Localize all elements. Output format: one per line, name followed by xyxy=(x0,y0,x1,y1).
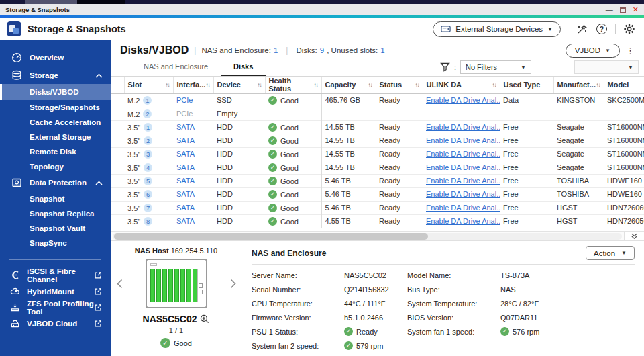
field-label: BIOS Version: xyxy=(407,310,500,324)
action-button[interactable]: Action ▼ xyxy=(586,246,635,260)
disk-checkup-wand-icon[interactable] xyxy=(575,22,588,36)
column-header-label: Manufact... xyxy=(557,81,596,89)
collapse-panel-button[interactable] xyxy=(624,232,644,241)
interface-link[interactable]: PCIe xyxy=(176,96,193,104)
chevron-up-icon[interactable] xyxy=(95,181,103,185)
sidebar-item-remote-disk[interactable]: Remote Disk xyxy=(0,144,111,159)
sidebar-item-snapshot[interactable]: Snapshot xyxy=(0,191,111,206)
sidebar-item-snapshot-replica[interactable]: Snapshot Replica xyxy=(0,206,111,221)
interface-link[interactable]: SATA xyxy=(176,150,195,158)
ulink-da-link[interactable]: Enable DA Drive Anal... xyxy=(426,150,500,158)
model-cell: ST16000NM0 xyxy=(604,134,644,147)
disks-table: Slot ↑↓ Interfa... ↑↓ Device ↑↓ Health S… xyxy=(111,77,644,228)
ulink-da-link[interactable]: Enable DA Drive Anal... xyxy=(426,190,500,198)
interface-link[interactable]: SATA xyxy=(176,217,195,225)
column-header[interactable]: ULINK DA ↑↓ xyxy=(423,77,500,93)
close-button[interactable]: ✕ xyxy=(633,6,639,13)
column-header[interactable]: Interfa... ↑↓ xyxy=(173,77,213,93)
maximize-button[interactable] xyxy=(620,7,626,13)
ulink-da-link[interactable]: Enable DA Drive Anal... xyxy=(426,136,500,144)
disk-table-row[interactable]: 3.5"4 SATA HDD ✓ Good 14.55 TB Ready Ena… xyxy=(111,161,644,174)
sidebar-item-snapshot-vault[interactable]: Snapshot Vault xyxy=(0,221,111,236)
interface-link[interactable]: SATA xyxy=(176,123,195,131)
disk-table-row[interactable]: M.21 PCIe SSD ✓ Good 465.76 GB Ready Ena… xyxy=(111,93,644,107)
sort-icon[interactable]: ↑↓ xyxy=(314,82,318,88)
chevron-up-icon[interactable] xyxy=(95,73,103,78)
sidebar-item-vjbod-cloud[interactable]: VJBOD Cloud xyxy=(0,316,111,332)
disk-table-row[interactable]: 3.5"8 SATA HDD ✓ Good 4.55 TB Ready Enab… xyxy=(111,214,644,228)
disk-table-row[interactable]: 3.5"2 SATA HDD ✓ Good 14.55 TB Ready Ena… xyxy=(111,134,644,147)
sidebar-item-hybridmount[interactable]: HybridMount xyxy=(0,283,111,300)
sort-icon[interactable]: ↑↓ xyxy=(415,82,419,88)
scrollbar-track[interactable] xyxy=(113,233,622,240)
carousel-prev-button[interactable] xyxy=(114,279,125,289)
sidebar-item-iscsi-fibre-channel[interactable]: iSCSI & Fibre Channel xyxy=(0,267,111,283)
sidebar-item-data-protection[interactable]: Data Protection xyxy=(0,174,111,191)
sidebar-item-cache-acceleration[interactable]: Cache Acceleration xyxy=(0,115,111,130)
disk-table-row[interactable]: 3.5"5 SATA HDD ✓ Good 5.46 TB Ready Enab… xyxy=(111,174,644,187)
sort-icon[interactable]: ↑↓ xyxy=(166,82,170,88)
column-header[interactable]: Manufact... ↑↓ xyxy=(553,77,604,93)
tab-disks[interactable]: Disks xyxy=(221,59,266,76)
column-header[interactable]: Capacity ↑↓ xyxy=(321,77,376,93)
external-storage-devices-button[interactable]: External Storage Devices ▼ xyxy=(433,21,561,37)
ulink-da-link[interactable]: Enable DA Drive Anal... xyxy=(426,96,500,104)
ulink-da-link[interactable]: Enable DA Drive Anal... xyxy=(426,163,500,171)
ulink-da-link[interactable]: Enable DA Drive Anal... xyxy=(426,204,500,212)
column-header[interactable]: Used Type ↑↓ xyxy=(500,77,553,93)
interface-link[interactable]: SATA xyxy=(176,136,195,144)
column-header[interactable]: Health Status ↑↓ xyxy=(265,77,321,93)
gear-icon[interactable] xyxy=(623,22,636,36)
sidebar-item-storage-snapshots[interactable]: Storage/Snapshots xyxy=(0,100,111,115)
disk-table-row[interactable]: M.22 PCIe Empty ✓ xyxy=(111,107,644,120)
column-header[interactable]: Model ↑↓ xyxy=(604,77,644,93)
tab-nas-and-enclosure[interactable]: NAS and Enclosure xyxy=(131,59,221,76)
sidebar-item-overview[interactable]: Overview xyxy=(0,49,111,66)
column-header[interactable]: Slot ↑↓ xyxy=(124,77,173,93)
sort-icon[interactable]: ↑↓ xyxy=(596,82,600,88)
interface-link[interactable]: SATA xyxy=(176,163,195,171)
sort-icon[interactable]: ↑↓ xyxy=(492,82,496,88)
sidebar-item-disks-vjbod[interactable]: Disks/VJBOD xyxy=(0,84,111,100)
nas-enclosure-image[interactable] xyxy=(146,259,207,308)
sort-icon[interactable]: ↑↓ xyxy=(368,82,372,88)
carousel-next-button[interactable] xyxy=(227,279,238,289)
sidebar-item-zfs-pool-profiling-tool[interactable]: ZFS Pool Profiling Tool xyxy=(0,300,111,316)
interface-link[interactable]: SATA xyxy=(176,204,195,212)
interface-link[interactable]: SATA xyxy=(176,177,195,185)
disk-table-row[interactable]: 3.5"1 SATA HDD ✓ Good 14.55 TB Ready Ena… xyxy=(111,120,644,134)
sidebar-item-storage[interactable]: Storage xyxy=(0,66,111,84)
disk-table-row[interactable]: 3.5"7 SATA HDD ✓ Good 5.46 TB Ready Enab… xyxy=(111,201,644,214)
page-stats: NAS and Enclosure: 1 | Disks: 9 , Unused… xyxy=(201,46,384,55)
secondary-filter-dropdown[interactable]: ▼ xyxy=(574,60,639,74)
zoom-in-icon[interactable] xyxy=(200,314,209,324)
vjbod-button[interactable]: VJBOD ▼ xyxy=(566,44,620,58)
sort-icon[interactable]: ↑↓ xyxy=(258,82,262,88)
column-header[interactable]: Status ↑↓ xyxy=(376,77,423,93)
sidebar-item-topology[interactable]: Topology xyxy=(0,159,111,174)
slot-cell: M.21 xyxy=(124,93,173,107)
interface-link[interactable]: PCIe xyxy=(176,109,193,118)
gutter-cell xyxy=(111,174,124,187)
column-header[interactable]: Device ↑↓ xyxy=(213,77,265,93)
ulink-da-link[interactable]: Enable DA Drive Anal... xyxy=(426,123,500,131)
ulink-da-link[interactable]: Enable DA Drive Anal... xyxy=(426,177,500,185)
help-icon[interactable]: ? xyxy=(595,22,608,36)
interface-link[interactable]: SATA xyxy=(176,190,195,198)
filter-funnel-icon[interactable] xyxy=(440,62,450,72)
slot-number-badge: 2 xyxy=(144,136,152,145)
sort-icon[interactable]: ↑↓ xyxy=(206,82,210,88)
sidebar-item-snapsync[interactable]: SnapSync xyxy=(0,236,111,251)
ulink-da-link[interactable]: Enable DA Drive Anal... xyxy=(426,217,500,225)
disk-table-row[interactable]: 3.5"3 SATA HDD ✓ Good 14.55 TB Ready Ena… xyxy=(111,147,644,161)
scrollbar-thumb[interactable] xyxy=(114,233,428,240)
slot-number-badge: 2 xyxy=(143,109,152,118)
slot-label: M.2 xyxy=(127,110,140,118)
no-filters-dropdown[interactable]: No Filters ▼ xyxy=(460,60,531,74)
disk-table-row[interactable]: 3.5"6 SATA HDD ✓ Good 5.46 TB Ready Enab… xyxy=(111,187,644,201)
slot-cell: M.22 xyxy=(124,107,173,120)
model-cell: HDWE160 xyxy=(604,187,644,201)
more-options-kebab-icon[interactable]: ⋮ xyxy=(625,46,636,56)
sidebar-item-external-storage[interactable]: External Storage xyxy=(0,130,111,144)
minimize-button[interactable]: — xyxy=(606,6,613,13)
